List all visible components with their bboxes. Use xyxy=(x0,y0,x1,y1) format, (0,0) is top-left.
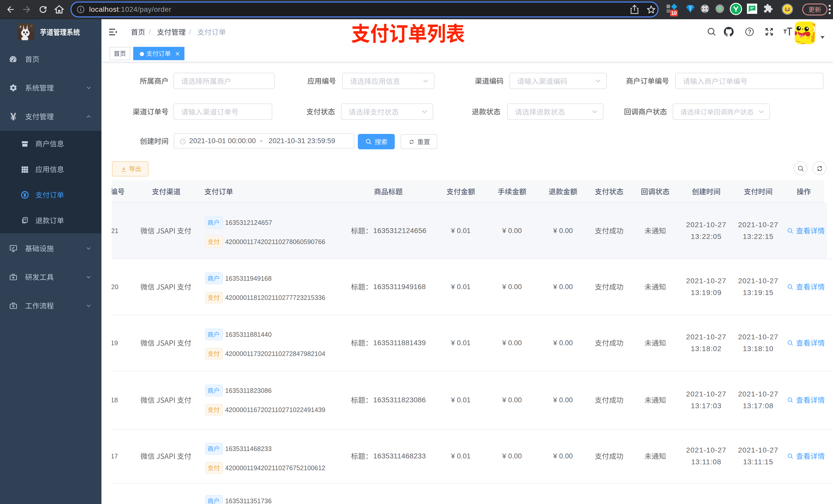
svg-text:10: 10 xyxy=(671,10,677,16)
